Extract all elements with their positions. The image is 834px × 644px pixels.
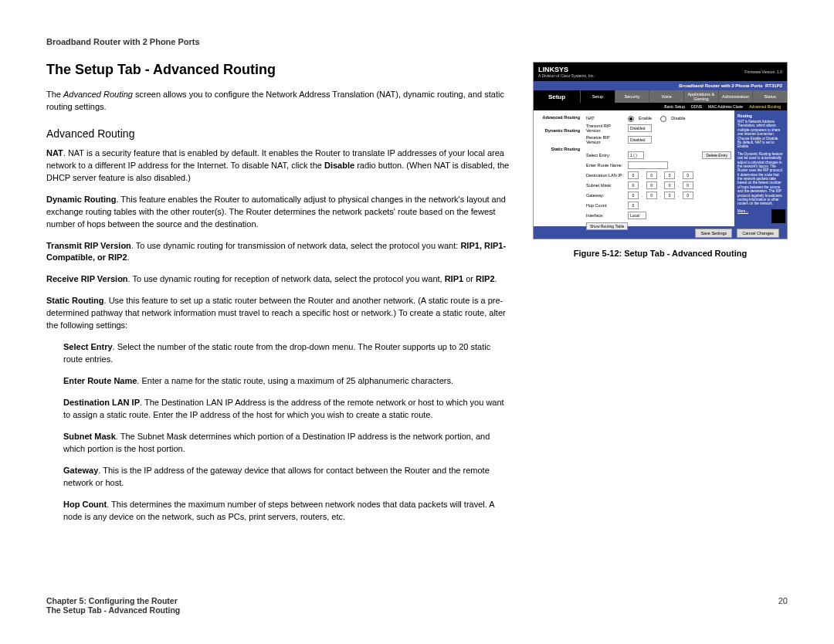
select-entry-label: Select Entry: — [586, 153, 625, 158]
static-routing-paragraph: Static Routing. Use this feature to set … — [46, 295, 510, 332]
help-nat-text: NAT is Network Address Translation, whic… — [737, 120, 784, 149]
interface-label: Interface: — [586, 213, 625, 218]
intro-paragraph: The Advanced Routing The Advanced Routin… — [46, 89, 510, 114]
tab-setup[interactable]: Setup — [580, 90, 615, 103]
nat-enable-radio[interactable] — [628, 116, 634, 122]
transmit-select[interactable]: Disabled — [628, 124, 652, 132]
receive-label: Receive RIP Version: — [586, 135, 625, 144]
tab-applications[interactable]: Applications & Gaming — [683, 90, 718, 103]
cisco-logo — [771, 209, 785, 223]
section-heading: Advanced Routing — [46, 127, 510, 140]
subtab-advanced-routing[interactable]: Advanced Routing — [749, 104, 781, 109]
receive-select[interactable]: Disabled — [628, 136, 652, 144]
transmit-rip-paragraph: Transmit RIP Version. To use dynamic rou… — [46, 240, 510, 265]
gateway-label: Gateway: — [586, 193, 625, 198]
enable-label: Enable — [639, 116, 652, 120]
subtab-mac[interactable]: MAC Address Clone — [708, 104, 743, 109]
ip-octet-3[interactable]: 0 — [664, 171, 675, 179]
sm-octet-1[interactable]: 0 — [628, 181, 639, 189]
hop-count-label: Hop Count: — [586, 203, 625, 208]
transmit-label: Transmit RIP Version: — [586, 124, 625, 133]
nat-label: NAT: — [586, 116, 625, 120]
hop-count-paragraph: Hop Count. This determines the maximum n… — [63, 499, 510, 524]
ip-octet-4[interactable]: 0 — [683, 171, 693, 179]
dynamic-routing-paragraph: Dynamic Routing. This feature enables th… — [46, 194, 510, 231]
tab-status[interactable]: Status — [752, 90, 787, 103]
tab-voice[interactable]: Voice — [649, 90, 683, 103]
help-dyn-text: The Dynamic Routing feature can be used … — [737, 152, 784, 206]
route-name-input[interactable] — [628, 161, 668, 169]
subnet-mask-paragraph: Subnet Mask. The Subnet Mask determines … — [63, 431, 510, 456]
receive-rip-paragraph: Receive RIP Version. To use dynamic rout… — [46, 273, 510, 286]
figure-caption: Figure 5-12: Setup Tab - Advanced Routin… — [533, 249, 788, 258]
sm-octet-2[interactable]: 0 — [646, 181, 657, 189]
ip-octet-1[interactable]: 0 — [628, 171, 639, 179]
setup-heading: Setup — [534, 90, 580, 103]
logo-subtitle: A Division of Cisco Systems, Inc. — [538, 73, 595, 78]
doc-header: Broadband Router with 2 Phone Ports — [46, 37, 788, 46]
side-static-routing: Static Routing — [534, 147, 580, 152]
model-number: RT31P2 — [765, 83, 782, 88]
subnet-label: Subnet Mask: — [586, 183, 625, 188]
ip-octet-2[interactable]: 0 — [646, 171, 657, 179]
text-column: The Setup Tab - Advanced Routing The Adv… — [46, 62, 510, 532]
footer-chapter: Chapter 5: Configuring the Router — [46, 596, 180, 605]
side-advanced-routing: Advanced Routing — [534, 115, 580, 120]
save-settings-button[interactable]: Save Settings — [695, 229, 732, 238]
page-number: 20 — [778, 596, 788, 615]
subtab-ddns[interactable]: DDNS — [691, 104, 702, 109]
nat-disable-radio[interactable] — [660, 116, 666, 122]
page-title: The Setup Tab - Advanced Routing — [46, 62, 510, 78]
router-admin-figure: LINKSYS A Division of Cisco Systems, Inc… — [533, 62, 788, 239]
footer-section: The Setup Tab - Advanced Routing — [46, 605, 180, 615]
tab-administration[interactable]: Administration — [718, 90, 753, 103]
select-entry-paragraph: Select Entry. Select the number of the s… — [63, 341, 510, 366]
cancel-changes-button[interactable]: Cancel Changes — [737, 229, 779, 238]
dest-ip-label: Destination LAN IP: — [586, 173, 625, 178]
disable-label: Disable — [671, 116, 685, 120]
entry-select[interactable]: 1 ( ) — [628, 151, 644, 159]
route-name-label: Enter Route Name: — [586, 163, 625, 168]
help-heading: Routing — [737, 114, 784, 118]
gw-octet-3[interactable]: 0 — [664, 192, 675, 199]
sm-octet-4[interactable]: 0 — [683, 181, 693, 189]
gw-octet-1[interactable]: 0 — [628, 192, 639, 199]
destination-ip-paragraph: Destination LAN IP. The Destination LAN … — [63, 397, 510, 422]
delete-entry-button[interactable]: Delete Entry — [702, 151, 731, 159]
linksys-logo: LINKSYS — [538, 66, 595, 73]
tab-security[interactable]: Security — [615, 90, 649, 103]
gw-octet-2[interactable]: 0 — [646, 192, 657, 199]
firmware-version: Firmware Version: 1.0 — [744, 69, 782, 74]
model-bar-text: Broadband Router with 2 Phone Ports — [679, 83, 762, 88]
interface-select[interactable]: Local — [628, 212, 646, 219]
show-routing-table-button[interactable]: Show Routing Table — [586, 222, 628, 230]
gw-octet-4[interactable]: 0 — [683, 192, 693, 199]
side-dynamic-routing: Dynamic Routing — [534, 128, 580, 134]
gateway-paragraph: Gateway. This is the IP address of the g… — [63, 465, 510, 490]
route-name-paragraph: Enter Route Name. Enter a name for the s… — [63, 375, 510, 388]
hop-input[interactable]: 0 — [628, 202, 639, 209]
nat-paragraph: NAT. NAT is a security feature that is e… — [46, 147, 510, 185]
sm-octet-3[interactable]: 0 — [664, 181, 675, 189]
subtab-basic[interactable]: Basic Setup — [664, 104, 685, 109]
